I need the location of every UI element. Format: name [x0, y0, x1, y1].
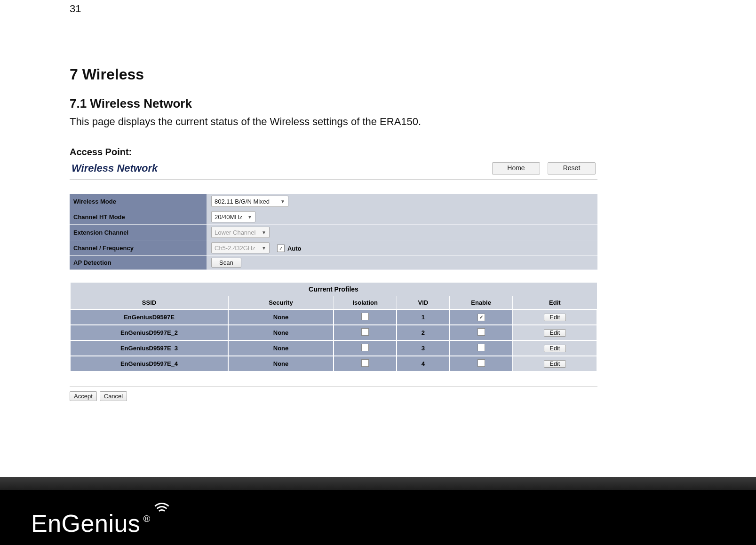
security-cell: None: [228, 340, 334, 356]
enable-checkbox[interactable]: [477, 344, 485, 351]
reset-button[interactable]: Reset: [548, 162, 596, 174]
section-heading: 7 Wireless: [70, 66, 625, 83]
extension-channel-select-value: Lower Channel: [215, 229, 255, 236]
enable-cell: [449, 340, 512, 356]
vid-cell: 4: [397, 356, 449, 371]
wireless-mode-select[interactable]: 802.11 B/G/N Mixed ▼: [211, 196, 288, 207]
section-description: This page displays the current status of…: [70, 116, 625, 128]
table-row: EnGeniusD9597E_4 None 4 Edit: [70, 356, 597, 371]
isolation-cell: [334, 325, 397, 340]
security-cell: None: [228, 356, 334, 371]
channel-frequency-select-value: Ch5-2.432GHz: [215, 245, 255, 252]
isolation-cell: [334, 356, 397, 371]
edit-cell: Edit: [513, 309, 597, 325]
column-header-vid: VID: [397, 296, 449, 310]
chevron-down-icon: ▼: [247, 214, 252, 220]
page-number: 31: [70, 3, 81, 15]
isolation-cell: [334, 340, 397, 356]
brand-text: EnGenius: [31, 510, 140, 537]
channel-frequency-select[interactable]: Ch5-2.432GHz ▼: [211, 242, 270, 253]
wireless-network-panel: Wireless Network Home Reset Wireless Mod…: [70, 160, 597, 401]
security-cell: None: [228, 309, 334, 325]
table-row: EnGeniusD9597E None 1 Edit: [70, 309, 597, 325]
wifi-icon: [152, 503, 171, 520]
edit-cell: Edit: [513, 356, 597, 371]
security-cell: None: [228, 325, 334, 340]
vid-cell: 1: [397, 309, 449, 325]
panel-title: Wireless Network: [72, 162, 158, 174]
current-profiles-table: Current Profiles SSID Security Isolation…: [70, 282, 597, 372]
isolation-checkbox[interactable]: [361, 359, 369, 367]
enable-checkbox[interactable]: [477, 359, 485, 367]
row-label-extension-channel: Extension Channel: [70, 225, 207, 240]
ssid-cell: EnGeniusD9597E_2: [70, 325, 228, 340]
auto-checkbox[interactable]: [277, 245, 285, 252]
isolation-checkbox[interactable]: [361, 344, 369, 351]
column-header-isolation: Isolation: [334, 296, 397, 310]
vid-cell: 2: [397, 325, 449, 340]
edit-button[interactable]: Edit: [544, 345, 566, 352]
chevron-down-icon: ▼: [262, 245, 266, 251]
isolation-cell: [334, 309, 397, 325]
channel-ht-select-value: 20/40MHz: [215, 213, 242, 221]
registered-trademark-icon: ®: [143, 513, 150, 524]
auto-label: Auto: [287, 245, 302, 252]
accept-button[interactable]: Accept: [70, 391, 97, 401]
table-row: EnGeniusD9597E_3 None 3 Edit: [70, 340, 597, 356]
edit-button[interactable]: Edit: [544, 314, 566, 321]
scan-button[interactable]: Scan: [211, 258, 241, 268]
chevron-down-icon: ▼: [280, 199, 285, 204]
enable-checkbox[interactable]: [477, 328, 485, 336]
subsection-heading: 7.1 Wireless Network: [70, 96, 625, 111]
settings-table: Wireless Mode 802.11 B/G/N Mixed ▼ Chann…: [70, 194, 597, 270]
row-label-wireless-mode: Wireless Mode: [70, 194, 207, 209]
ssid-cell: EnGeniusD9597E: [70, 309, 228, 325]
row-label-channel-ht: Channel HT Mode: [70, 209, 207, 225]
access-point-label: Access Point:: [70, 147, 625, 158]
enable-cell: [449, 309, 512, 325]
column-header-enable: Enable: [449, 296, 512, 310]
column-header-security: Security: [228, 296, 334, 310]
vid-cell: 3: [397, 340, 449, 356]
brand-logo: EnGenius ®: [31, 511, 150, 536]
table-row: EnGeniusD9597E_2 None 2 Edit: [70, 325, 597, 340]
edit-cell: Edit: [513, 340, 597, 356]
enable-cell: [449, 325, 512, 340]
edit-button[interactable]: Edit: [544, 329, 566, 337]
horizontal-rule: [70, 386, 597, 387]
enable-checkbox[interactable]: [477, 314, 485, 321]
edit-cell: Edit: [513, 325, 597, 340]
edit-button[interactable]: Edit: [544, 360, 566, 368]
row-label-ap-detection: AP Detection: [70, 256, 207, 270]
channel-ht-select[interactable]: 20/40MHz ▼: [211, 211, 255, 222]
current-profiles-title: Current Profiles: [70, 283, 597, 296]
isolation-checkbox[interactable]: [361, 313, 369, 320]
ssid-cell: EnGeniusD9597E_4: [70, 356, 228, 371]
wireless-mode-select-value: 802.11 B/G/N Mixed: [215, 198, 270, 205]
footer-strip: [0, 477, 756, 490]
cancel-button[interactable]: Cancel: [100, 391, 127, 401]
isolation-checkbox[interactable]: [361, 328, 369, 336]
ssid-cell: EnGeniusD9597E_3: [70, 340, 228, 356]
chevron-down-icon: ▼: [262, 230, 266, 235]
row-label-channel-frequency: Channel / Frequency: [70, 240, 207, 256]
page-footer: EnGenius ®: [0, 477, 756, 545]
extension-channel-select[interactable]: Lower Channel ▼: [211, 227, 270, 238]
column-header-ssid: SSID: [70, 296, 228, 310]
column-header-edit: Edit: [513, 296, 597, 310]
enable-cell: [449, 356, 512, 371]
home-button[interactable]: Home: [492, 162, 540, 174]
